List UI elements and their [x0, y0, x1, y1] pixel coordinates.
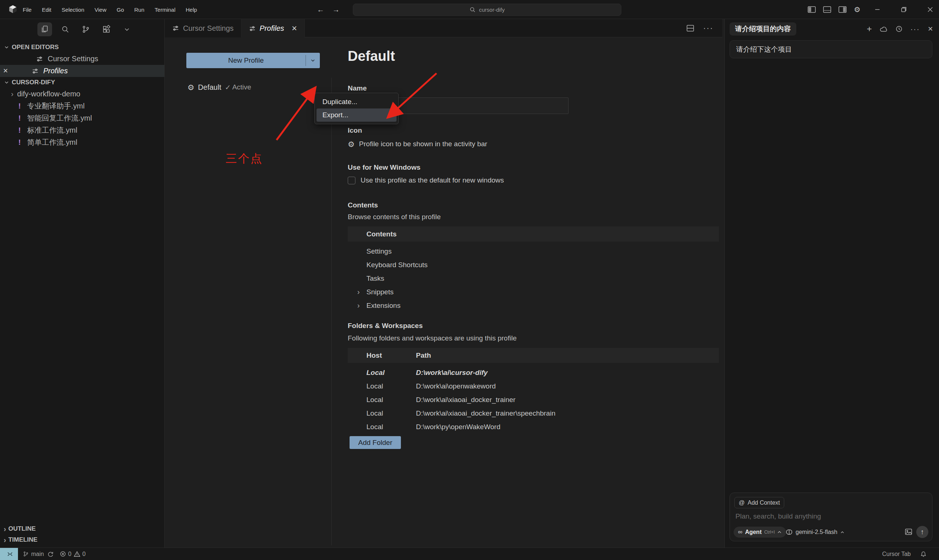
menu-go[interactable]: Go — [117, 6, 124, 13]
cursor-logo-icon — [8, 5, 18, 14]
menu-file[interactable]: File — [23, 6, 32, 13]
close-tab-icon[interactable]: ✕ — [291, 24, 298, 32]
open-editor-cursor-settings[interactable]: Cursor Settings — [0, 53, 164, 65]
tree-file-yml-4[interactable]: ! 简单工作流.yml — [0, 136, 164, 148]
new-chat-icon[interactable]: + — [867, 24, 872, 34]
status-bar: main 0 0 Cursor Tab — [0, 548, 939, 560]
add-context-chip[interactable]: @ Add Context — [734, 497, 784, 508]
chevron-right-icon: › — [357, 288, 360, 296]
profile-context-menu: Duplicate... Export... — [315, 93, 399, 124]
new-profile-dropdown-icon[interactable] — [306, 53, 320, 68]
branch-indicator[interactable]: main — [23, 551, 44, 557]
menu-help[interactable]: Help — [186, 6, 197, 13]
tree-file-yml-2[interactable]: ! 智能回复工作流.yml — [0, 112, 164, 124]
check-icon: ✓ — [225, 83, 231, 92]
model-selector[interactable]: gemini-2.5-flash — [786, 527, 844, 538]
context-menu-duplicate[interactable]: Duplicate... — [316, 95, 396, 108]
more-views-chevron-icon[interactable] — [120, 22, 134, 36]
folder-row[interactable]: LocalD:\work\ai\xiaoai_docker_trainer — [348, 393, 719, 406]
profile-list-item-default[interactable]: ⚙ Default ✓ Active — [187, 81, 251, 94]
cursor-tab-toggle[interactable]: Cursor Tab — [882, 551, 911, 557]
explorer-icon[interactable] — [37, 22, 52, 36]
tab-cursor-settings[interactable]: Cursor Settings — [165, 19, 241, 37]
toggle-left-sidebar-icon[interactable] — [806, 5, 817, 14]
forward-icon[interactable]: → — [329, 4, 342, 15]
chevron-up-icon — [840, 531, 844, 534]
folder-row[interactable]: LocalD:\work\ai\xiaoai_docker_trainer\sp… — [348, 406, 719, 420]
attach-image-icon[interactable] — [905, 528, 912, 535]
add-folder-button[interactable]: Add Folder — [350, 436, 401, 449]
new-windows-label: Use for New Windows — [348, 163, 420, 172]
sliders-icon — [32, 68, 39, 75]
chevron-right-icon: › — [4, 525, 6, 533]
bell-icon[interactable] — [920, 551, 927, 557]
toggle-right-sidebar-icon[interactable] — [837, 5, 848, 14]
search-panel-icon[interactable] — [58, 22, 72, 36]
open-editors-header[interactable]: OPEN EDITORS — [0, 42, 164, 53]
editor-area: Cursor Settings Profiles ✕ ··· New Profi… — [165, 19, 722, 548]
menu-selection[interactable]: Selection — [62, 6, 84, 13]
close-window-icon[interactable] — [921, 0, 939, 19]
folder-row[interactable]: LocalD:\work\py\openWakeWord — [348, 420, 719, 434]
chat-more-icon[interactable]: ··· — [910, 25, 920, 33]
send-button[interactable]: ↑ — [916, 526, 928, 538]
menu-edit[interactable]: Edit — [42, 6, 51, 13]
tab-profiles[interactable]: Profiles ✕ — [241, 19, 305, 38]
contents-desc: Browse contents of this profile — [348, 213, 441, 221]
extensions-icon[interactable] — [99, 22, 114, 36]
context-menu-export[interactable]: Export... — [316, 108, 396, 122]
restore-icon[interactable] — [895, 0, 913, 19]
open-editor-profiles[interactable]: ✕ Profiles — [0, 65, 164, 77]
contents-row-keyboard-shortcuts[interactable]: Keyboard Shortcuts — [348, 258, 719, 272]
annotation-text: 三个点 — [225, 151, 263, 166]
profile-gear-icon: ⚙ — [187, 83, 194, 91]
contents-row-tasks[interactable]: Tasks — [348, 272, 719, 285]
outline-section[interactable]: › OUTLINE — [0, 523, 164, 534]
close-chat-icon[interactable]: ✕ — [928, 25, 933, 33]
contents-row-settings[interactable]: Settings — [348, 245, 719, 258]
contents-row-snippets[interactable]: ›Snippets — [348, 285, 719, 299]
problems-indicator[interactable]: 0 0 — [60, 551, 86, 557]
user-message: 请介绍下这个项目 — [729, 40, 933, 58]
chevron-right-icon: › — [357, 301, 360, 310]
default-for-new-windows-checkbox[interactable] — [348, 177, 355, 185]
workspace-header[interactable]: CURSOR-DIFY — [0, 77, 164, 88]
sync-button[interactable] — [47, 551, 54, 557]
cloud-icon[interactable] — [880, 26, 888, 32]
sliders-icon — [172, 25, 179, 32]
sliders-icon — [249, 25, 256, 32]
menu-terminal[interactable]: Terminal — [155, 6, 176, 13]
back-icon[interactable]: ← — [314, 4, 327, 15]
folder-row[interactable]: LocalD:\work\ai\cursor-dify — [348, 366, 719, 379]
chat-input-box[interactable]: @ Add Context Plan, search, build anythi… — [729, 492, 933, 541]
contents-row-extensions[interactable]: ›Extensions — [348, 299, 719, 312]
new-profile-button[interactable]: New Profile — [187, 53, 320, 68]
remote-indicator[interactable] — [0, 548, 18, 560]
menu-view[interactable]: View — [95, 6, 106, 13]
close-editor-icon[interactable]: ✕ — [0, 67, 11, 75]
icon-label: Icon — [348, 126, 362, 134]
profile-title: Default — [348, 48, 395, 64]
menu-run[interactable]: Run — [134, 6, 145, 13]
name-label: Name — [348, 84, 367, 92]
minimize-icon[interactable] — [868, 0, 886, 19]
folder-row[interactable]: LocalD:\work\ai\openwakeword — [348, 379, 719, 393]
tree-folder-dify-workflow-demo[interactable]: › dify-workflow-demo — [0, 88, 164, 100]
profile-details-pane: Default Name Icon ⚙ Profile icon to be s… — [345, 19, 719, 548]
pane-divider[interactable] — [331, 78, 332, 545]
source-control-icon[interactable] — [79, 22, 93, 36]
title-bar: File Edit Selection View Go Run Terminal… — [0, 0, 939, 19]
chat-tab-title[interactable]: 请介绍项目的内容 — [729, 22, 796, 35]
tree-file-yml-3[interactable]: ! 标准工作流.yml — [0, 124, 164, 136]
toggle-bottom-panel-icon[interactable] — [822, 5, 833, 14]
at-icon: @ — [739, 500, 745, 506]
tree-file-yml-1[interactable]: ! 专业翻译助手.yml — [0, 100, 164, 112]
history-icon[interactable] — [895, 25, 903, 32]
contents-label: Contents — [348, 201, 378, 209]
agent-mode-selector[interactable]: ∞ Agent Ctrl+I — [734, 527, 786, 538]
settings-gear-icon[interactable]: ⚙ — [852, 5, 863, 14]
infinity-icon: ∞ — [738, 528, 742, 536]
profile-icon-row[interactable]: ⚙ Profile icon to be shown in the activi… — [348, 140, 487, 148]
command-center-search[interactable]: cursor-dify — [353, 4, 621, 16]
timeline-section[interactable]: › TIMELINE — [0, 534, 164, 545]
